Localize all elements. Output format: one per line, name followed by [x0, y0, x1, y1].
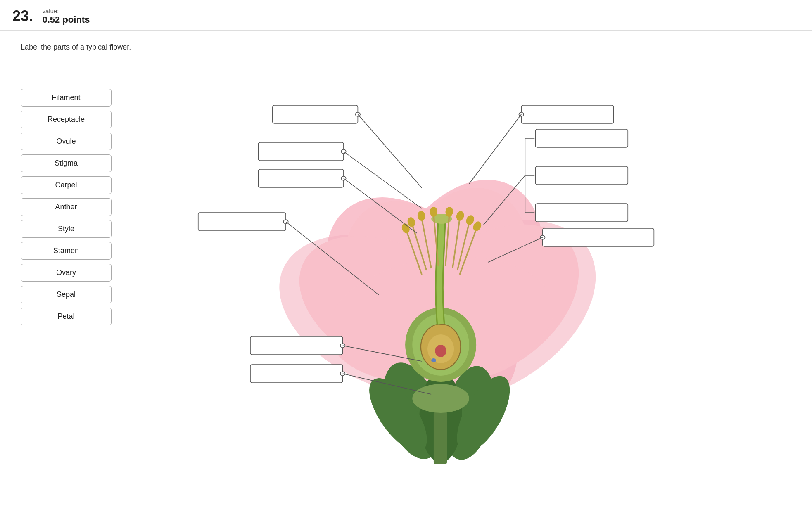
word-bank: Filament Receptacle Ovule Stigma Carpel …: [21, 89, 112, 325]
svg-point-18: [421, 324, 461, 370]
svg-line-59: [469, 114, 521, 184]
svg-point-21: [431, 358, 436, 362]
svg-line-44: [344, 152, 422, 208]
value-label: value:: [43, 7, 90, 14]
svg-rect-14: [434, 411, 447, 464]
svg-line-25: [422, 219, 431, 268]
svg-line-27: [434, 215, 438, 266]
svg-rect-45: [258, 169, 343, 187]
svg-line-31: [453, 219, 460, 268]
svg-line-41: [358, 114, 422, 188]
svg-point-8: [316, 242, 565, 398]
svg-point-15: [412, 384, 469, 413]
svg-line-35: [460, 229, 476, 275]
word-stigma[interactable]: Stigma: [21, 154, 112, 172]
svg-point-5: [368, 174, 551, 383]
svg-point-10: [437, 362, 502, 463]
svg-rect-57: [521, 105, 614, 123]
word-stamen[interactable]: Stamen: [21, 242, 112, 260]
svg-point-9: [373, 357, 452, 464]
svg-point-52: [340, 344, 345, 348]
svg-point-69: [540, 235, 545, 239]
svg-point-38: [401, 223, 411, 234]
word-ovary[interactable]: Ovary: [21, 264, 112, 282]
word-sepal[interactable]: Sepal: [21, 286, 112, 303]
word-receptacle[interactable]: Receptacle: [21, 111, 112, 128]
svg-line-67: [483, 175, 525, 225]
svg-point-1: [345, 160, 575, 415]
svg-point-6: [363, 194, 614, 413]
question-number: 23.: [12, 7, 33, 25]
svg-point-13: [446, 370, 520, 458]
layout-container: Filament Receptacle Ovule Stigma Carpel …: [21, 64, 791, 498]
word-filament[interactable]: Filament: [21, 89, 112, 107]
svg-point-17: [412, 314, 469, 376]
svg-point-24: [407, 217, 416, 227]
svg-point-0: [286, 168, 558, 439]
svg-point-2: [330, 183, 636, 441]
svg-point-34: [465, 214, 475, 225]
svg-point-7: [268, 206, 518, 409]
svg-rect-64: [536, 129, 628, 147]
svg-rect-54: [250, 365, 343, 383]
word-ovule[interactable]: Ovule: [21, 133, 112, 150]
svg-rect-39: [273, 105, 358, 123]
svg-point-32: [456, 211, 465, 221]
svg-point-4: [313, 180, 530, 402]
svg-rect-66: [536, 204, 628, 222]
svg-point-49: [283, 220, 288, 224]
svg-line-53: [343, 346, 422, 361]
svg-point-19: [427, 334, 454, 363]
svg-point-26: [417, 211, 426, 221]
svg-line-56: [343, 374, 432, 394]
word-style[interactable]: Style: [21, 220, 112, 238]
svg-point-3: [247, 201, 541, 430]
svg-point-58: [519, 112, 523, 116]
svg-point-20: [435, 345, 446, 357]
diagram-svg: [128, 64, 791, 498]
main-content: Label the parts of a typical flower. Fil…: [0, 31, 812, 507]
svg-rect-68: [543, 228, 654, 246]
points-value: 0.52 points: [43, 14, 90, 25]
question-meta: value: 0.52 points: [43, 7, 90, 25]
svg-rect-48: [198, 213, 286, 231]
svg-line-50: [286, 222, 379, 295]
svg-point-46: [341, 176, 346, 180]
word-anther[interactable]: Anther: [21, 198, 112, 216]
svg-line-37: [407, 231, 422, 275]
svg-point-11: [419, 372, 462, 462]
svg-point-22: [431, 214, 452, 224]
svg-point-30: [445, 206, 453, 217]
question-header: 23. value: 0.52 points: [0, 0, 812, 31]
instruction-text: Label the parts of a typical flower.: [21, 43, 791, 52]
svg-point-55: [340, 372, 345, 376]
svg-line-29: [446, 215, 449, 266]
svg-point-40: [356, 112, 360, 116]
word-petal[interactable]: Petal: [21, 308, 112, 325]
svg-line-23: [412, 225, 426, 270]
svg-line-33: [457, 223, 469, 270]
svg-point-12: [358, 371, 438, 459]
svg-line-47: [344, 178, 417, 233]
flower-illustration: [247, 160, 636, 465]
svg-point-36: [472, 220, 483, 232]
svg-rect-65: [536, 166, 628, 185]
svg-point-16: [405, 308, 476, 382]
svg-rect-42: [258, 142, 343, 161]
svg-rect-51: [250, 336, 343, 355]
diagram-area: [128, 64, 791, 498]
svg-point-28: [430, 207, 437, 217]
svg-line-70: [488, 237, 543, 262]
svg-point-43: [341, 149, 346, 154]
word-carpel[interactable]: Carpel: [21, 176, 112, 194]
